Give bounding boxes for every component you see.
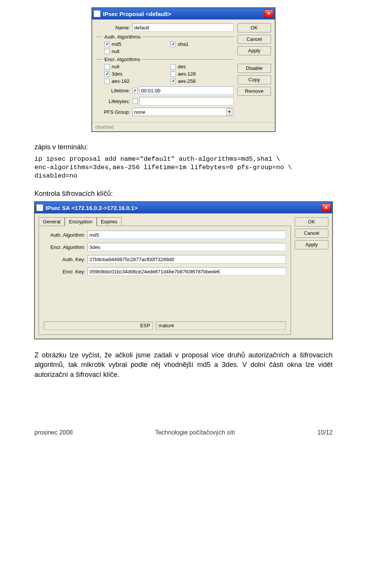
titlebar[interactable]: IPsec SA <172.16.0.2->172.16.0.1> × [35,202,332,213]
status-bar: disabled [92,122,275,131]
app-icon [36,204,43,211]
code-block: ip ipsec proposal add name="default" aut… [34,155,333,180]
footer-page: 10/12 [317,429,333,436]
chevron-down-icon: ▼ [226,108,232,115]
status-state: mature [156,321,286,330]
pfs-label: PFS Group: [96,109,132,115]
cancel-button[interactable]: Cancel [237,35,271,44]
heading-keys: Kontrola šifrovacích klíčů: [34,190,333,198]
pfs-select[interactable]: none ▼ [132,108,234,116]
tab-expires[interactable]: Expires [97,217,122,226]
apply-button[interactable]: Apply [237,46,271,55]
chk-sha1[interactable]: sha1 [171,41,234,47]
titlebar[interactable]: IPsec Proposal <default> × [92,8,275,19]
page-footer: prosinec 2008 Technologie počítačových s… [34,429,333,436]
footer-title: Technologie počítačových sítí [155,429,235,436]
chk-null-encr[interactable]: null [104,64,167,69]
encr-alg-input[interactable] [88,243,286,251]
tab-encryption[interactable]: Encryption [65,217,96,226]
auth-group-label: Auth. Algorithms [104,34,141,40]
lifebytes-label: Lifebytes: [96,99,132,104]
ipsec-proposal-dialog: IPsec Proposal <default> × Name: Auth. A… [92,8,275,132]
window-title: IPsec SA <172.16.0.2->172.16.0.1> [45,205,138,211]
lifetime-checkbox[interactable] [132,88,138,93]
name-input[interactable] [132,23,234,32]
lifebytes-input[interactable] [139,97,234,105]
auth-key-input[interactable] [88,255,286,263]
heading-terminal: zápis v terminálu: [34,143,333,151]
cancel-button[interactable]: Cancel [295,229,328,238]
remove-button[interactable]: Remove [237,87,271,96]
chk-des[interactable]: des [171,64,234,69]
auth-alg-label: Auth. Algorithm: [44,232,88,238]
footer-date: prosinec 2008 [34,429,73,436]
apply-button[interactable]: Apply [295,240,328,249]
encr-alg-label: Encr. Algorithm: [44,244,88,250]
chk-aes256[interactable]: aes-256 [171,78,234,84]
encr-key-label: Encr. Key: [44,269,88,275]
close-icon[interactable]: × [322,204,331,212]
body-paragraph: Z obrázku lze vyčíst, že ačkoli jsme zad… [34,351,333,380]
chk-null-auth[interactable]: null [104,48,167,54]
close-icon[interactable]: × [264,10,273,18]
app-icon [94,10,101,17]
lifetime-input[interactable] [139,86,234,95]
ok-button[interactable]: OK [295,217,328,226]
auth-alg-input[interactable] [88,231,286,239]
chk-md5[interactable]: md5 [104,41,167,47]
chk-aes128[interactable]: aes-128 [171,71,234,77]
encr-group-label: Encr. Algorithms [104,57,140,62]
ok-button[interactable]: OK [237,23,271,32]
tab-general[interactable]: General [39,217,65,226]
window-title: IPsec Proposal <default> [103,11,171,17]
lifetime-label: Lifetime: [96,88,132,94]
disable-button[interactable]: Disable [237,64,271,73]
tab-content: Auth. Algorithm: Encr. Algorithm: Auth. … [39,226,291,335]
encr-key-input[interactable] [88,267,286,276]
auth-key-label: Auth. Key: [44,257,88,262]
lifebytes-checkbox[interactable] [132,99,138,104]
status-protocol: ESP [44,321,153,330]
chk-3des[interactable]: 3des [104,71,167,77]
copy-button[interactable]: Copy [237,75,271,84]
chk-aes192[interactable]: aes-192 [104,78,167,84]
name-label: Name: [96,25,132,31]
ipsec-sa-dialog: IPsec SA <172.16.0.2->172.16.0.1> × Gene… [34,202,333,339]
